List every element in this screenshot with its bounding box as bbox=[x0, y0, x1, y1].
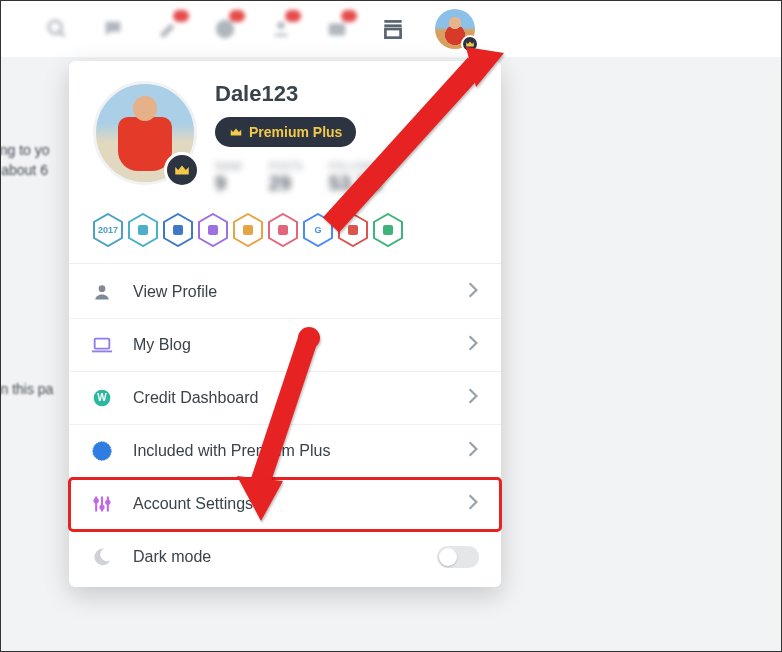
credit-icon: W bbox=[91, 387, 113, 409]
svg-line-1 bbox=[60, 32, 65, 37]
svg-point-2 bbox=[216, 20, 234, 38]
menu-label: Dark mode bbox=[133, 548, 417, 566]
badge-year-2017: 2017 bbox=[93, 213, 123, 247]
svg-point-3 bbox=[277, 22, 284, 29]
avatar-button[interactable] bbox=[435, 9, 475, 49]
profile-icon bbox=[91, 281, 113, 303]
annotation-arrow-settings bbox=[229, 326, 349, 530]
svg-line-32 bbox=[259, 336, 309, 486]
badge-medal bbox=[233, 213, 263, 247]
search-icon[interactable] bbox=[43, 15, 71, 43]
svg-point-17 bbox=[99, 285, 106, 292]
chevron-right-icon bbox=[467, 281, 479, 303]
badge-share bbox=[163, 213, 193, 247]
avatar[interactable] bbox=[93, 81, 197, 185]
chevron-right-icon bbox=[467, 493, 479, 515]
premium-icon bbox=[91, 440, 113, 462]
moon-icon bbox=[91, 546, 113, 568]
dark-mode-toggle[interactable] bbox=[437, 546, 479, 568]
pen-icon[interactable] bbox=[155, 15, 183, 43]
menu-view-profile[interactable]: View Profile bbox=[69, 266, 501, 319]
svg-rect-7 bbox=[385, 29, 400, 38]
chevron-right-icon bbox=[467, 440, 479, 462]
badge-heart bbox=[268, 213, 298, 247]
dollar-icon[interactable] bbox=[211, 15, 239, 43]
svg-point-28 bbox=[100, 506, 103, 509]
badge-welcome bbox=[128, 213, 158, 247]
svg-marker-33 bbox=[237, 476, 283, 521]
svg-rect-4 bbox=[329, 24, 346, 36]
stacks-icon[interactable] bbox=[379, 15, 407, 43]
sliders-icon bbox=[91, 493, 113, 515]
badge-gem bbox=[198, 213, 228, 247]
svg-text:W: W bbox=[97, 392, 107, 403]
crown-icon bbox=[164, 152, 200, 188]
laptop-icon bbox=[91, 334, 113, 356]
folder-icon[interactable] bbox=[323, 15, 351, 43]
annotation-arrow-avatar bbox=[316, 45, 506, 244]
chevron-right-icon bbox=[467, 387, 479, 409]
svg-line-30 bbox=[331, 65, 476, 225]
users-icon[interactable] bbox=[267, 15, 295, 43]
chevron-right-icon bbox=[467, 334, 479, 356]
background-text: ening to yo for about 6 e on this pa bbox=[0, 141, 53, 600]
svg-rect-18 bbox=[95, 339, 110, 349]
svg-point-27 bbox=[95, 499, 98, 502]
svg-point-34 bbox=[298, 327, 320, 349]
menu-dark-mode[interactable]: Dark mode bbox=[69, 531, 501, 583]
chat-icon[interactable] bbox=[99, 15, 127, 43]
menu-label: View Profile bbox=[133, 283, 447, 301]
svg-point-29 bbox=[106, 501, 109, 504]
svg-point-0 bbox=[49, 21, 62, 34]
